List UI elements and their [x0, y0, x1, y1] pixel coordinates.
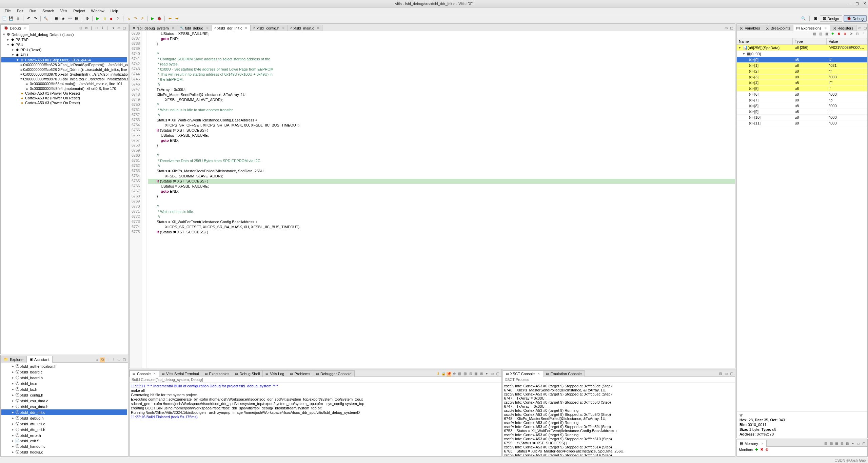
- tool-icon[interactable]: ▾: [850, 442, 855, 446]
- close-icon[interactable]: ✕: [317, 26, 319, 30]
- tool-icon[interactable]: ⊞: [840, 442, 844, 446]
- editor-tab[interactable]: h xfsbl_config.h✕: [250, 25, 288, 31]
- console-output[interactable]: 11:22:11 **** Incremental Build of confi…: [130, 383, 501, 456]
- minimize-icon[interactable]: ▭: [724, 372, 728, 377]
- core-row[interactable]: ●Cortex-A53 #1 (Power On Reset): [1, 91, 127, 96]
- disconnect-icon[interactable]: ⤫: [115, 16, 121, 22]
- tab-assistant[interactable]: ▣ Assistant: [26, 356, 53, 363]
- file-row[interactable]: ▸ⓗxfsbl_config.h: [1, 392, 127, 398]
- minimize-icon[interactable]: ▭: [490, 372, 495, 377]
- file-row[interactable]: ▸ⓗxfsbl_authentication.h: [1, 363, 127, 369]
- table-row[interactable]: ▾📊 (u8[256])(SpdData) u8 [256] "#\021\f\…: [737, 45, 867, 51]
- menu-icon[interactable]: ▾: [111, 26, 116, 31]
- cons-icon[interactable]: ⊟: [468, 372, 473, 377]
- tree-row[interactable]: ▾⚙Debugger_fsbl_debug-Default (Local): [1, 32, 127, 37]
- file-row[interactable]: ▸📄xfsbl_exit.S: [1, 438, 127, 443]
- tab-memory[interactable]: ▤ Memory✕: [737, 440, 767, 447]
- file-row[interactable]: ▸ⓒxfsbl_dfu_util.c: [1, 421, 127, 427]
- file-row[interactable]: ▸ⓗxfsbl_dfu_util.h: [1, 427, 127, 432]
- maximize-icon[interactable]: ▢: [122, 26, 126, 31]
- stack-frame[interactable]: ≡0x00000000fffd0970 XFsbl_SystemInit(): …: [1, 72, 127, 77]
- code-editor[interactable]: 6736673767386739674067416742674367446745…: [130, 31, 735, 368]
- tab-explorer[interactable]: 📁 Explorer: [1, 356, 27, 363]
- col-value[interactable]: Value: [827, 38, 867, 44]
- editor-tab[interactable]: c xfsbl_ddr_init.c✕: [212, 25, 251, 31]
- table-row[interactable]: (x)= [3]u8'\003': [737, 74, 867, 80]
- tab-registers[interactable]: (x) Registers: [830, 25, 856, 31]
- step-icon[interactable]: ↧: [100, 26, 105, 31]
- terminate-icon[interactable]: ■: [108, 16, 114, 22]
- file-row[interactable]: ▸ⓗxfsbl_csu_dma.h: [1, 404, 127, 409]
- maximize-icon[interactable]: ▢: [861, 442, 866, 446]
- table-row[interactable]: (x)= [7]u8'\b': [737, 97, 867, 103]
- tab-vitis-log[interactable]: ▤ Vitis Log: [262, 370, 287, 377]
- maximize-icon[interactable]: ▢: [729, 372, 734, 377]
- refresh-icon[interactable]: ⟳: [848, 32, 854, 37]
- table-row[interactable]: (x)= [5]u8'!': [737, 86, 867, 92]
- tab-problems[interactable]: ▤ Problems: [287, 370, 313, 377]
- debug-perspective[interactable]: 🐞 Debug: [844, 15, 867, 22]
- menu-vitis[interactable]: Vitis: [58, 8, 70, 14]
- add-icon[interactable]: ✚: [830, 32, 835, 37]
- tab-xsct-console[interactable]: ▤ XSCT Console✕: [503, 370, 544, 377]
- col-name[interactable]: Name: [737, 38, 793, 44]
- step-into-icon[interactable]: ↘: [125, 16, 132, 22]
- table-row[interactable]: (x)= [9]u8'-': [737, 109, 867, 115]
- cons-icon[interactable]: ▥: [463, 372, 468, 377]
- project-tree[interactable]: ▸ⓗxfsbl_authentication.h▸ⓒxfsbl_board.c▸…: [1, 363, 128, 456]
- debug-tree[interactable]: ▾⚙Debugger_fsbl_debug-Default (Local) ▸◆…: [1, 31, 128, 354]
- debug-icon[interactable]: 🐞: [156, 16, 162, 22]
- table-row[interactable]: (x)= [8]u8'\000': [737, 103, 867, 109]
- back-icon[interactable]: ⬅: [167, 16, 173, 22]
- file-row[interactable]: ▸ⓒxfsbl_ddr_init.c: [1, 409, 127, 415]
- scope-icon[interactable]: 👓: [67, 16, 73, 22]
- collapse-icon[interactable]: ⊟: [854, 32, 860, 37]
- tree-row[interactable]: ▸◆PS TAP: [1, 37, 127, 42]
- table-row[interactable]: (x)= [2]u8'\f': [737, 69, 867, 74]
- tool-icon[interactable]: ⊟: [718, 372, 723, 377]
- tool-icon[interactable]: ▥: [829, 442, 833, 446]
- new-expr-icon[interactable]: ▤: [812, 32, 817, 37]
- clear-icon[interactable]: ⊘: [452, 372, 457, 377]
- tool-icon[interactable]: ▦: [834, 442, 839, 446]
- tab-debugger-console[interactable]: ▤ Debugger Console: [313, 370, 355, 377]
- close-button[interactable]: ✕: [863, 1, 867, 6]
- remove-all-icon[interactable]: ⊗: [842, 32, 848, 37]
- hw-icon[interactable]: ▦: [53, 16, 59, 22]
- file-row[interactable]: ▸ⓒxfsbl_csu_dma.c: [1, 398, 127, 404]
- tab-debug[interactable]: 🐞 Debug✕: [1, 24, 29, 31]
- link-icon[interactable]: ⧉: [100, 358, 105, 362]
- tree-row[interactable]: ▾◆APU: [1, 52, 127, 57]
- minimize-icon[interactable]: ▭: [856, 442, 861, 446]
- mem-icon[interactable]: ▤: [74, 16, 80, 22]
- tab-console[interactable]: ▤ Console✕: [130, 370, 159, 377]
- suspend-icon[interactable]: ⏸: [101, 16, 107, 22]
- file-row[interactable]: ▸ⓗxfsbl_error.h: [1, 432, 127, 438]
- redo-icon[interactable]: ↷: [32, 16, 38, 22]
- tool-icon[interactable]: ⊟: [845, 442, 850, 446]
- tab-executables[interactable]: ▤ Executables: [202, 370, 233, 377]
- core-row[interactable]: ●Cortex-A53 #3 (Power On Reset): [1, 100, 127, 105]
- maximize-button[interactable]: ▢: [855, 1, 859, 6]
- col-type[interactable]: Type: [793, 38, 827, 44]
- menu-edit[interactable]: Edit: [14, 8, 26, 14]
- file-row[interactable]: ▸ⓗxfsbl_board.h: [1, 375, 127, 381]
- close-icon[interactable]: ✕: [282, 26, 285, 30]
- tab-emulation-console[interactable]: ▤ Emulation Console: [543, 370, 585, 377]
- tool-icon[interactable]: ▦: [824, 32, 829, 37]
- file-row[interactable]: ▸ⓗxfsbl_bs.h: [1, 386, 127, 392]
- tree-row[interactable]: ▸◆RPU (Reset): [1, 47, 127, 52]
- file-row[interactable]: ▸ⓒxfsbl_board.c: [1, 369, 127, 375]
- tab-expressions[interactable]: (x) Expressions✕: [793, 25, 830, 31]
- table-row[interactable]: (x)= [0]u8'#': [737, 57, 867, 63]
- run-icon[interactable]: ▶: [150, 16, 156, 22]
- step-over-icon[interactable]: ↷: [132, 16, 138, 22]
- step-icon[interactable]: ↦: [95, 26, 99, 31]
- table-row[interactable]: (x)= [11]u8'\003': [737, 120, 867, 126]
- target-icon[interactable]: ◈: [60, 16, 66, 22]
- lock-icon[interactable]: 🔒: [441, 372, 446, 377]
- editor-tab[interactable]: ⚙ fsbl_debug_system✕: [130, 25, 177, 31]
- tab-debug-shell[interactable]: ▤ Debug Shell: [232, 370, 263, 377]
- editor-tab[interactable]: 🔧 fsbl_debug✕: [177, 25, 212, 31]
- tab-variables[interactable]: (x) Variables: [737, 25, 763, 31]
